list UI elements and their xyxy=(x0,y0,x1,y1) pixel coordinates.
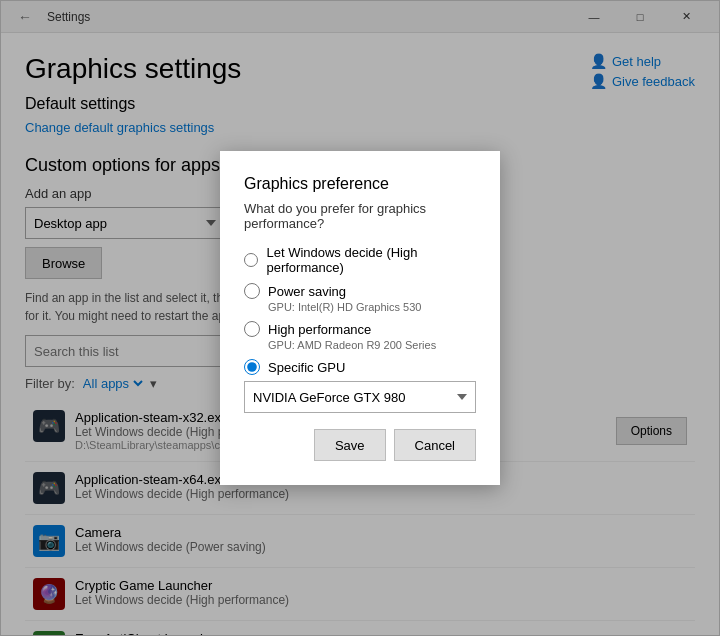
radio-high-label: High performance xyxy=(268,322,371,337)
dialog-overlay: Graphics preference What do you prefer f… xyxy=(0,0,720,636)
graphics-preference-dialog: Graphics preference What do you prefer f… xyxy=(220,151,500,485)
gpu-dropdown-row: NVIDIA GeForce GTX 980Intel(R) HD Graphi… xyxy=(244,381,476,413)
radio-specific[interactable] xyxy=(244,359,260,375)
radio-item-high: High performance GPU: AMD Radeon R9 200 … xyxy=(244,321,476,351)
radio-windows-label: Let Windows decide (High performance) xyxy=(266,245,476,275)
save-button[interactable]: Save xyxy=(314,429,386,461)
radio-label-windows[interactable]: Let Windows decide (High performance) xyxy=(244,245,476,275)
radio-high-sub: GPU: AMD Radeon R9 200 Series xyxy=(268,339,476,351)
radio-item-power: Power saving GPU: Intel(R) HD Graphics 5… xyxy=(244,283,476,313)
radio-label-power[interactable]: Power saving xyxy=(244,283,476,299)
dialog-title: Graphics preference xyxy=(244,175,476,193)
radio-power[interactable] xyxy=(244,283,260,299)
window: ← Settings — □ ✕ Graphics settings Defau… xyxy=(0,0,720,636)
radio-item-specific: Specific GPU NVIDIA GeForce GTX 980Intel… xyxy=(244,359,476,413)
cancel-button[interactable]: Cancel xyxy=(394,429,476,461)
dialog-buttons: Save Cancel xyxy=(244,429,476,461)
radio-label-high[interactable]: High performance xyxy=(244,321,476,337)
radio-windows[interactable] xyxy=(244,252,258,268)
radio-item-windows: Let Windows decide (High performance) xyxy=(244,245,476,275)
radio-power-label: Power saving xyxy=(268,284,346,299)
radio-high[interactable] xyxy=(244,321,260,337)
radio-specific-label: Specific GPU xyxy=(268,360,345,375)
radio-group: Let Windows decide (High performance) Po… xyxy=(244,245,476,413)
gpu-select[interactable]: NVIDIA GeForce GTX 980Intel(R) HD Graphi… xyxy=(244,381,476,413)
dialog-question: What do you prefer for graphics performa… xyxy=(244,201,476,231)
radio-label-specific[interactable]: Specific GPU xyxy=(244,359,476,375)
radio-power-sub: GPU: Intel(R) HD Graphics 530 xyxy=(268,301,476,313)
